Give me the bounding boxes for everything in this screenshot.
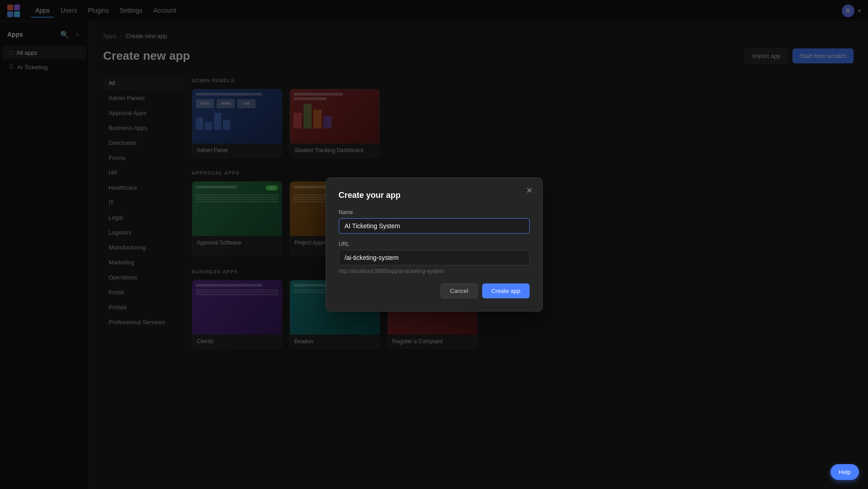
create-app-button[interactable]: Create app <box>482 283 529 298</box>
name-label: Name <box>339 209 530 216</box>
name-field-group: Name <box>339 209 530 234</box>
url-label: URL <box>339 241 530 247</box>
create-app-modal: ✕ Create your app Name URL http://localh… <box>326 177 543 312</box>
cancel-button[interactable]: Cancel <box>441 283 478 298</box>
url-field-group: URL http://localhost:9999/app/ai-ticketi… <box>339 241 530 274</box>
app-url-input[interactable] <box>339 250 530 265</box>
modal-title: Create your app <box>339 191 530 200</box>
url-hint: http://localhost:9999/app/ai-ticketing-s… <box>339 268 530 274</box>
modal-overlay: ✕ Create your app Name URL http://localh… <box>0 0 868 489</box>
app-name-input[interactable] <box>339 218 530 234</box>
help-button[interactable]: Help <box>830 464 859 480</box>
modal-close-button[interactable]: ✕ <box>523 184 536 197</box>
modal-actions: Cancel Create app <box>339 283 530 298</box>
